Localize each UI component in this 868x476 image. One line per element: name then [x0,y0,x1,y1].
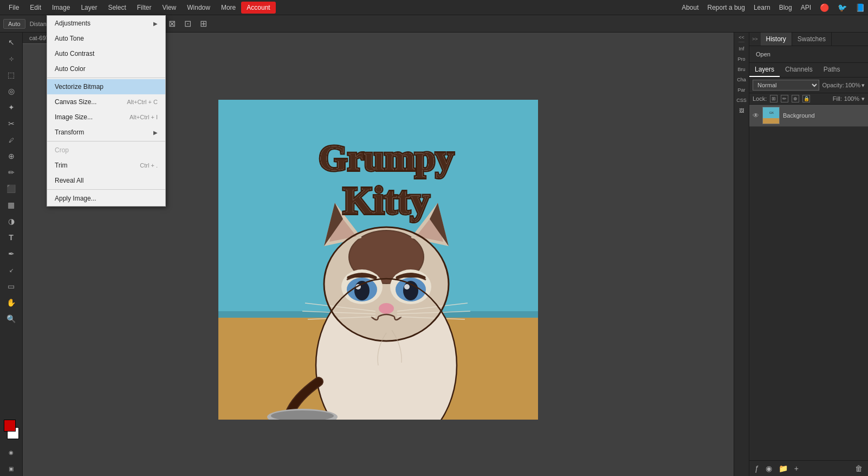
dropdown-transform[interactable]: Transform ▶ [47,125,165,140]
layers-tab-layers[interactable]: Layers [749,63,780,77]
lock-pixels-icon[interactable]: ⊞ [770,95,778,102]
info-panel-cha[interactable]: Cha [734,75,749,85]
menu-edit[interactable]: Edit [24,2,47,14]
separator-1 [47,78,165,78]
dropdown-trim[interactable]: Trim Ctrl + . [47,158,165,173]
select-tool[interactable]: ⊹ [4,51,19,66]
dropdown-adjustments[interactable]: Adjustments ▶ [47,16,165,31]
menu-learn[interactable]: Learn [754,4,770,11]
crop-tool[interactable]: ✂ [4,116,19,131]
layers-tab-channels[interactable]: Channels [780,63,818,77]
info-panel-css[interactable]: CSS [734,95,749,105]
info-panel-pro[interactable]: Pro [734,54,749,64]
menu-api[interactable]: API [801,4,811,11]
add-mask-button[interactable]: ◉ [763,463,774,474]
warp-icon[interactable]: ⊞ [198,18,209,29]
shape-tool[interactable]: ▭ [4,279,19,294]
menu-report-bug[interactable]: Report a bug [708,4,745,11]
menu-view[interactable]: View [157,2,182,14]
menu-window[interactable]: Window [182,2,216,14]
screen-mode[interactable]: ▣ [4,461,19,476]
opacity-label: Opacity: [822,82,844,88]
dropdown-image-size[interactable]: Image Size... Alt+Ctrl + I [47,110,165,125]
pen-tool[interactable]: ✒ [4,246,19,261]
crop-label: Crop [55,146,69,154]
menu-file[interactable]: File [3,2,24,14]
image-size-shortcut: Alt+Ctrl + I [129,114,158,120]
fill-dropdown-icon[interactable]: ▾ [861,95,865,102]
type-tool[interactable]: T [4,230,19,245]
delete-layer-button[interactable]: 🗑 [853,463,865,474]
image-dropdown-menu: Adjustments ▶ Auto Tone Auto Contrast Au… [47,15,166,207]
history-tab[interactable]: History [761,33,792,46]
menu-image[interactable]: Image [47,2,75,14]
menu-account[interactable]: Account [241,2,275,14]
menu-about[interactable]: About [682,4,698,11]
info-panel-bru[interactable]: Bru [734,65,749,74]
menu-layer[interactable]: Layer [75,2,102,14]
menu-blog[interactable]: Blog [779,4,792,11]
dodge-tool[interactable]: ◑ [4,214,19,229]
layers-tab-paths[interactable]: Paths [818,63,846,77]
magic-wand-tool[interactable]: ✦ [4,100,19,115]
dropdown-reveal-all[interactable]: Reveal All [47,173,165,188]
fill-value[interactable]: 100% [844,95,859,102]
info-panel-par[interactable]: Par [734,85,749,95]
move-tool[interactable]: ↖ [4,35,19,50]
arrange-icon[interactable]: ⊡ [182,18,193,29]
eyedropper-tool[interactable]: 🖊 [4,132,19,147]
menu-select[interactable]: Select [102,2,131,14]
dropdown-auto-tone[interactable]: Auto Tone [47,31,165,46]
eraser-tool[interactable]: ⬛ [4,181,19,196]
direct-select-tool[interactable]: ↙ [4,262,19,278]
info-panel-inf[interactable]: Inf [734,44,749,54]
hand-tool[interactable]: ✋ [4,295,19,310]
blend-mode-select[interactable]: Normal [753,80,819,91]
svg-text:GK: GK [769,111,774,114]
info-panel-img[interactable]: 🖼 [734,106,749,115]
twitter-icon[interactable]: 🐦 [838,3,847,12]
gradient-tool[interactable]: ▦ [4,197,19,213]
foreground-color[interactable] [4,420,16,432]
svg-text:Grumpy: Grumpy [319,137,454,178]
dropdown-auto-contrast[interactable]: Auto Contrast [47,46,165,61]
opacity-dropdown-icon[interactable]: ▾ [861,82,865,89]
marquee-tool[interactable]: ⬚ [4,67,19,82]
svg-text:Kitty: Kitty [343,179,430,222]
layers-lock-row: Lock: ⊞ ✏ ⊕ 🔒 Fill: 100% ▾ [749,93,868,105]
brush-tool[interactable]: ✏ [4,165,19,180]
dropdown-canvas-size[interactable]: Canvas Size... Alt+Ctrl + C [47,94,165,110]
layer-background-name: Background [783,112,815,119]
reddit-icon[interactable]: 🔴 [820,3,829,12]
transform-icon[interactable]: ⊠ [166,18,178,29]
vectorize-bitmap-label: Vectorize Bitmap [55,83,103,91]
new-group-button[interactable]: 📁 [776,463,790,474]
opacity-value[interactable]: 100% [845,82,860,88]
reveal-all-label: Reveal All [55,177,83,184]
panel-collapse-left[interactable]: << [739,35,744,42]
layer-visibility-eye[interactable]: 👁 [753,112,759,119]
history-content: Open [749,46,868,62]
menu-filter[interactable]: Filter [132,2,157,14]
facebook-icon[interactable]: 📘 [856,3,865,12]
mask-tool[interactable]: ◉ [4,445,19,460]
lasso-tool[interactable]: ◎ [4,83,19,99]
lock-position-icon[interactable]: ✏ [781,95,788,102]
add-effect-button[interactable]: ƒ [753,463,761,474]
dropdown-vectorize-bitmap[interactable]: Vectorize Bitmap [47,79,165,94]
layer-background[interactable]: 👁 GK Background [749,105,868,127]
dropdown-apply-image[interactable]: Apply Image... [47,191,165,206]
heal-tool[interactable]: ⊕ [4,149,19,164]
history-item-open[interactable]: Open [753,49,865,59]
lock-artboard-icon[interactable]: ⊕ [792,95,799,102]
svg-point-20 [404,284,410,290]
auto-button[interactable]: Auto [3,19,25,29]
history-swatches-section: >> History Swatches Open [749,33,868,63]
swatches-tab[interactable]: Swatches [792,33,832,46]
dropdown-auto-color[interactable]: Auto Color [47,61,165,76]
lock-all-icon[interactable]: 🔒 [802,95,810,102]
zoom-tool[interactable]: 🔍 [4,311,19,326]
menu-more[interactable]: More [216,2,241,14]
new-layer-button[interactable]: + [792,463,801,474]
panel-collapse-right[interactable]: >> [749,35,761,43]
